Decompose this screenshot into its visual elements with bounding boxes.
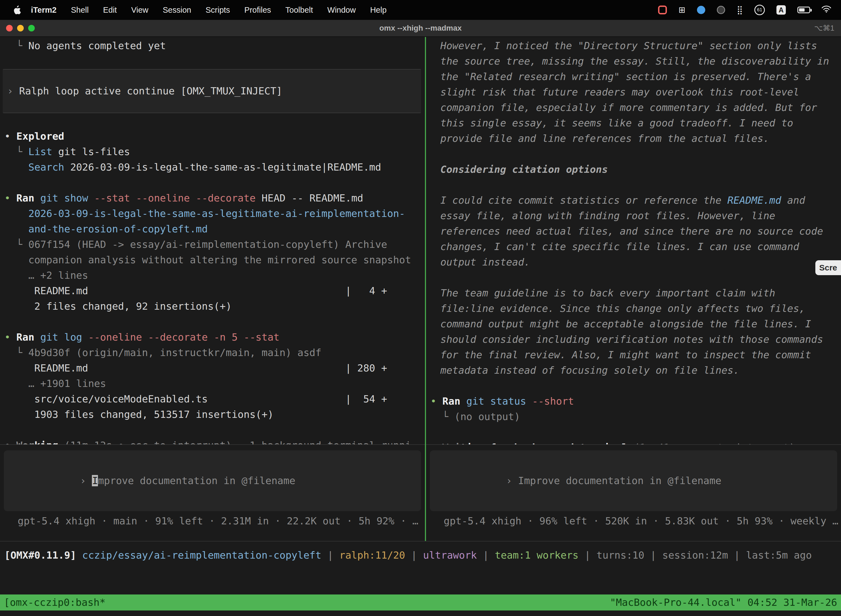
terminal-line: • Explored: [4, 129, 425, 144]
omx-status-bar: [OMX#0.11.9] cczip/essay/ai-reimplementa…: [0, 541, 841, 563]
omx-status-segment: turns:10: [596, 550, 644, 561]
omx-status-segment: |: [405, 550, 423, 561]
terminal-line: └ No agents completed yet: [4, 38, 425, 54]
omx-status-segment: |: [728, 550, 746, 561]
terminal-line: └ 067f154 (HEAD -> essay/ai-reimplementa…: [4, 237, 425, 252]
window-title: omx --xhigh --madmax: [0, 24, 841, 32]
wifi-icon[interactable]: [822, 6, 831, 15]
terminal-line: and-the-erosion-of-copyleft.md: [4, 221, 425, 237]
omx-status-segment: [OMX#0.11.9]: [4, 550, 82, 561]
menu-item-help[interactable]: Help: [370, 6, 387, 15]
terminal-line: [4, 314, 425, 330]
menu-item-window[interactable]: Window: [327, 6, 356, 15]
left-model-status-line: gpt-5.4 xhigh · main · 91% left · 2.31M …: [0, 513, 425, 529]
inject-banner: › Ralph loop active continue [OMX_TMUX_I…: [3, 69, 421, 113]
right-prompt-input[interactable]: › Improve documentation in @filename: [430, 450, 837, 511]
left-pane-separator: [0, 444, 425, 445]
pane-right[interactable]: However, I noticed the "Directory Struct…: [426, 37, 841, 541]
omx-status-segment: |: [477, 550, 495, 561]
screen-recording-indicator-icon[interactable]: [658, 6, 667, 14]
right-pane-bottom: › Improve documentation in @filename gpt…: [426, 444, 841, 541]
terminal-line: • Ran git status --short: [431, 393, 841, 409]
left-prompt-input[interactable]: › Improve documentation in @filename: [4, 450, 421, 511]
menu-item-toolbelt[interactable]: Toolbelt: [285, 6, 313, 15]
omx-status-segment: team:1 workers: [495, 550, 578, 561]
terminal-line: [431, 378, 841, 393]
window-shortcut-badge: ⌥⌘1: [814, 24, 841, 32]
zoom-button[interactable]: [28, 25, 35, 31]
omx-status-segment: |: [644, 550, 662, 561]
terminal-line: I could cite commit statistics or refere…: [431, 193, 841, 270]
terminal-line: [431, 146, 841, 162]
terminal-line: README.md | 280 +: [4, 361, 425, 376]
terminal-line: 1903 files changed, 513517 insertions(+): [4, 407, 425, 422]
terminal-window: └ No agents completed yet› Ralph loop ac…: [0, 37, 841, 616]
terminal-line: [431, 270, 841, 285]
omx-status-segment: session:12m: [662, 550, 728, 561]
terminal-line: Search 2026-03-09-is-legal-the-same-as-l…: [4, 160, 425, 175]
terminal-line: └ (no output): [431, 409, 841, 424]
menu-app-name[interactable]: iTerm2: [31, 6, 57, 15]
terminal-line: • Waiting for background terminal (1m 41…: [431, 440, 841, 444]
menu-bar: iTerm2 Shell Edit View Session Scripts P…: [0, 0, 841, 20]
tmux-host-clock: "MacBook-Pro-44.local" 04:52 31-Mar-26: [610, 595, 837, 610]
menu-item-edit[interactable]: Edit: [103, 6, 117, 15]
screen-share-button[interactable]: Scre: [815, 260, 841, 275]
terminal-line: [4, 175, 425, 191]
app-icon[interactable]: [717, 6, 725, 14]
omx-status-segment: last:5m ago: [746, 550, 812, 561]
terminal-line: • Working (11m 13s • esc to interrupt) ·…: [4, 438, 425, 444]
split-panes: └ No agents completed yet› Ralph loop ac…: [0, 37, 841, 541]
text-cursor: I: [92, 475, 98, 486]
browser-icon[interactable]: [697, 6, 705, 14]
left-scrollback: └ No agents completed yet› Ralph loop ac…: [0, 37, 425, 444]
terminal-line: companion analysis without altering the …: [4, 252, 425, 268]
input-source-badge[interactable]: A: [777, 5, 786, 15]
terminal-line: [4, 113, 425, 129]
terminal-line: • Ran git log --oneline --decorate -n 5 …: [4, 330, 425, 345]
prompt-chevron: ›: [506, 475, 518, 486]
terminal-line: [431, 177, 841, 193]
tmux-session-label: [omx-cczip0:bash*: [4, 595, 105, 610]
right-pane-separator: [426, 444, 841, 445]
terminal-line: Considering citation options: [431, 162, 841, 177]
terminal-line: └ List git ls-files: [4, 144, 425, 160]
menu-item-scripts[interactable]: Scripts: [205, 6, 230, 15]
terminal-line: [4, 422, 425, 438]
close-button[interactable]: [6, 25, 13, 31]
terminal-line: └ 4b9d30f (origin/main, instructkr/main,…: [4, 345, 425, 361]
battery-gauge-icon[interactable]: 61: [755, 5, 765, 15]
dots-grid-icon[interactable]: ⣿: [737, 6, 743, 14]
terminal-line: … +1901 lines: [4, 376, 425, 392]
omx-status-segment: ralph:11/20: [339, 550, 405, 561]
omx-status-segment: cczip/essay/ai-reimplementation-copyleft: [82, 550, 321, 561]
battery-icon[interactable]: [797, 7, 810, 13]
omx-status-segment: ultrawork: [423, 550, 477, 561]
omx-status-segment: |: [321, 550, 339, 561]
terminal-line: README.md | 4 +: [4, 283, 425, 299]
terminal-line: src/voice/voiceModeEnabled.ts | 54 +: [4, 392, 425, 407]
menu-item-shell[interactable]: Shell: [71, 6, 89, 15]
input-placeholder-text: Improve documentation in @filename: [518, 475, 721, 486]
terminal-line: However, I noticed the "Directory Struct…: [431, 38, 841, 146]
right-model-status-line: gpt-5.4 xhigh · 96% left · 520K in · 5.8…: [426, 513, 841, 529]
terminal-line: The team guideline is to back every impo…: [431, 285, 841, 378]
terminal-line: [4, 54, 425, 69]
pane-left[interactable]: └ No agents completed yet› Ralph loop ac…: [0, 37, 425, 541]
menu-item-session[interactable]: Session: [163, 6, 191, 15]
terminal-line: 2 files changed, 92 insertions(+): [4, 299, 425, 314]
menu-item-profiles[interactable]: Profiles: [245, 6, 271, 15]
terminal-line: … +2 lines: [4, 268, 425, 283]
left-pane-bottom: › Improve documentation in @filename gpt…: [0, 444, 425, 541]
prompt-chevron: ›: [80, 475, 92, 486]
menu-item-view[interactable]: View: [131, 6, 148, 15]
apple-menu-icon[interactable]: [14, 6, 21, 14]
terminal-line: • Ran git show --stat --oneline --decora…: [4, 191, 425, 206]
title-bar[interactable]: omx --xhigh --madmax ⌥⌘1: [0, 20, 841, 37]
tmux-status-bar: [omx-cczip0:bash* "MacBook-Pro-44.local"…: [0, 594, 841, 610]
grid-icon[interactable]: ⊞: [678, 6, 686, 14]
terminal-line: 2026-03-09-is-legal-the-same-as-legitima…: [4, 206, 425, 221]
omx-status-segment: |: [579, 550, 596, 561]
minimize-button[interactable]: [17, 25, 24, 31]
right-scrollback: However, I noticed the "Directory Struct…: [426, 37, 841, 444]
